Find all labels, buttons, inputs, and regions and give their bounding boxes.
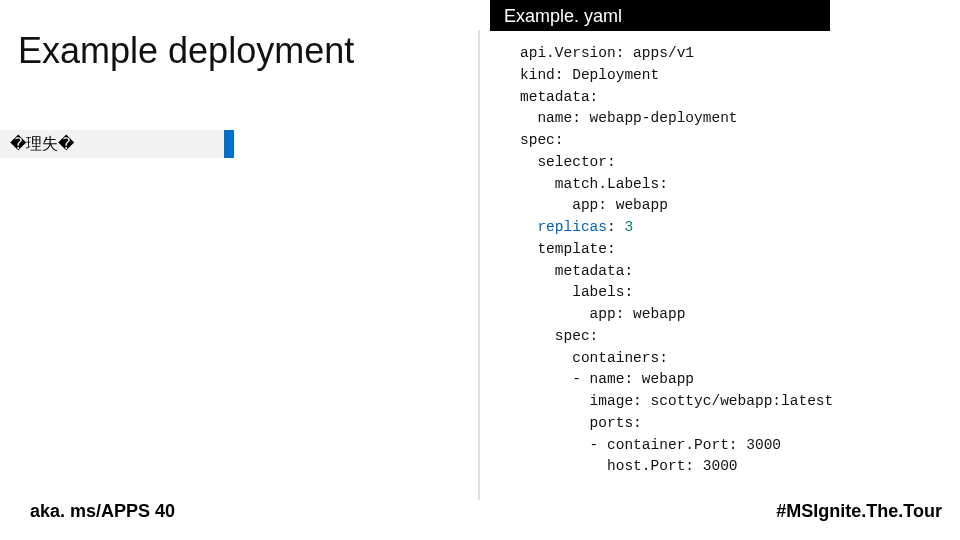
divider-line: [478, 30, 480, 500]
slide: Example deployment �理失� Example. yaml ap…: [0, 0, 960, 540]
placeholder-bar: �理失�: [0, 130, 234, 158]
code-body: api.Version: apps/v1 kind: Deployment me…: [490, 31, 830, 478]
code-header: Example. yaml: [490, 0, 830, 31]
slide-title: Example deployment: [18, 30, 354, 72]
footer-hashtag: #MSIgnite.The.Tour: [776, 501, 942, 522]
code-panel: Example. yaml api.Version: apps/v1 kind:…: [490, 0, 830, 478]
placeholder-text: �理失�: [10, 134, 74, 155]
footer-link: aka. ms/APPS 40: [30, 501, 175, 522]
